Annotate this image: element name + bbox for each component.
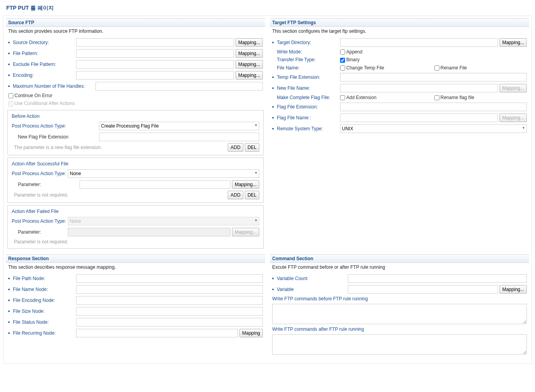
var-count-label: Variable Count [272, 276, 346, 281]
file-pattern-mapping-button[interactable]: Mapping... [236, 49, 263, 58]
after-failed-param-label: Parameter: [12, 229, 66, 235]
use-conditional-checkbox [8, 101, 13, 106]
flag-name-input[interactable] [340, 114, 498, 122]
file-size-input[interactable] [76, 307, 263, 316]
binary-checkbox[interactable] [340, 58, 345, 63]
file-status-input[interactable] [76, 318, 263, 326]
source-ftp-desc: This section provides source FTP informa… [6, 27, 265, 37]
write-mode-label: Write Mode: [272, 49, 338, 55]
rename-flag-checkbox[interactable] [434, 95, 439, 100]
before-del-button[interactable]: DEL [245, 143, 259, 152]
file-recurring-mapping-button[interactable]: Mapping [239, 329, 263, 337]
make-flag-label: Make Complete Flag File: [272, 95, 338, 100]
left-column: Source FTP This section provides source … [6, 18, 265, 254]
transfer-type-label: Transfer File Type: [272, 57, 338, 62]
new-flag-ext-input[interactable] [99, 133, 259, 141]
command-title: Command Section [270, 254, 529, 263]
after-cmd-label: Write FTP commands after FTP rule runnin… [272, 326, 364, 332]
after-success-param-input[interactable] [80, 180, 230, 189]
new-file-name-mapping-button: Mapping... [500, 84, 527, 92]
before-type-label: Post Process Action Type: [12, 123, 97, 129]
new-flag-ext-label: New Flag File Extension [12, 134, 97, 140]
after-success-del-button[interactable]: DEL [245, 191, 259, 199]
before-type-select[interactable]: Create Processing Flag File [99, 122, 259, 130]
command-desc: Excute FTP command before or after FTP r… [270, 263, 529, 273]
temp-ext-input[interactable] [340, 73, 527, 82]
variable-mapping-button[interactable]: Mapping... [500, 285, 527, 294]
after-failed-type-label: Post Process Action Type: [12, 218, 66, 224]
target-dir-label: Target Directory: [272, 40, 338, 45]
variable-label: Variable [272, 287, 346, 292]
new-file-name-label: New File Name: [272, 85, 338, 91]
add-ext-wrap[interactable]: Add Extension [340, 95, 433, 100]
exclude-pattern-mapping-button[interactable]: Mapping... [236, 60, 263, 69]
exclude-pattern-input[interactable] [76, 60, 234, 69]
after-success-hint: Parameter is not required. [12, 191, 226, 199]
before-cmd-label: Write FTP commands before FTP rule runni… [272, 296, 368, 302]
max-handles-input[interactable] [96, 82, 263, 90]
target-ftp-desc: This section configures the target ftp s… [270, 27, 529, 37]
after-success-type-select[interactable]: None [68, 169, 259, 178]
after-success-param-label: Parameter: [12, 182, 78, 187]
after-success-mapping-button[interactable]: Mapping... [232, 180, 259, 189]
before-action-box: Before Action Post Process Action Type: … [7, 110, 264, 155]
page-title: FTP PUT 룰 페이지 [3, 3, 532, 16]
before-action-title: Before Action [9, 113, 262, 121]
rename-file-checkbox[interactable] [434, 66, 439, 71]
file-name-node-label: File Name Node: [8, 287, 74, 292]
variable-input[interactable] [348, 285, 498, 294]
before-add-button[interactable]: ADD [228, 143, 243, 152]
flag-ext-input[interactable] [340, 103, 527, 111]
rename-flag-wrap[interactable]: Rename flag file [434, 95, 527, 100]
change-temp-wrap[interactable]: Change Temp File [340, 65, 433, 71]
file-encoding-input[interactable] [76, 296, 263, 305]
after-cmd-textarea[interactable] [272, 334, 527, 355]
encoding-mapping-button[interactable]: Mapping... [236, 71, 263, 80]
after-failed-param-input [68, 228, 230, 236]
source-dir-mapping-button[interactable]: Mapping... [236, 38, 263, 47]
file-status-label: File Status Node: [8, 319, 74, 325]
encoding-label: Encoding: [8, 73, 74, 78]
source-ftp-panel: Source FTP This section provides source … [6, 18, 265, 249]
response-desc: This section describes response message … [6, 263, 265, 273]
new-file-name-input[interactable] [340, 84, 498, 92]
append-checkbox[interactable] [340, 50, 345, 55]
after-failed-title: Action After Failed File [9, 208, 262, 216]
after-failed-mapping-button: Mapping... [232, 228, 259, 236]
binary-wrap[interactable]: Binary [340, 57, 360, 62]
file-size-label: File Size Node: [8, 309, 74, 314]
append-wrap[interactable]: Append [340, 49, 362, 55]
target-dir-input[interactable] [340, 38, 498, 47]
flag-ext-label: Flag File Extension: [272, 104, 338, 110]
flag-name-label: Flag File Name : [272, 115, 338, 121]
continue-on-error-wrap[interactable]: Continue On Error [8, 93, 52, 98]
change-temp-checkbox[interactable] [340, 66, 345, 71]
source-dir-input[interactable] [76, 38, 234, 47]
file-name-node-input[interactable] [76, 285, 263, 294]
use-conditional-wrap[interactable]: Use Conditional After Actions [8, 101, 75, 106]
after-failed-box: Action After Failed File Post Process Ac… [7, 205, 264, 249]
var-count-input[interactable] [348, 274, 527, 283]
right-column: Target FTP Settings This section configu… [270, 18, 529, 254]
target-ftp-title: Target FTP Settings [270, 18, 529, 27]
file-encoding-label: File Encoding Node: [8, 298, 74, 303]
file-name-label: File Name: [272, 65, 338, 71]
response-title: Response Section [6, 254, 265, 263]
after-success-add-button[interactable]: ADD [228, 191, 243, 199]
encoding-input[interactable] [76, 71, 234, 80]
target-dir-mapping-button[interactable]: Mapping... [500, 38, 527, 47]
before-cmd-textarea[interactable] [272, 304, 527, 324]
command-panel: Command Section Excute FTP command befor… [270, 254, 529, 356]
after-failed-hint: Parameter is not required. [9, 238, 262, 246]
after-success-type-label: Post Process Action Type: [12, 171, 66, 176]
source-dir-label: Source Directory: [8, 40, 74, 45]
file-pattern-input[interactable] [76, 49, 234, 58]
file-path-input[interactable] [76, 274, 263, 283]
remote-type-select[interactable]: UNIX [340, 124, 527, 133]
file-recurring-input[interactable] [76, 329, 238, 337]
rename-file-wrap[interactable]: Rename File [434, 65, 527, 71]
remote-type-label: Remote System Type: [272, 126, 338, 131]
add-ext-checkbox[interactable] [340, 95, 345, 100]
file-pattern-label: File Pattern: [8, 51, 74, 56]
continue-on-error-checkbox[interactable] [8, 93, 13, 98]
